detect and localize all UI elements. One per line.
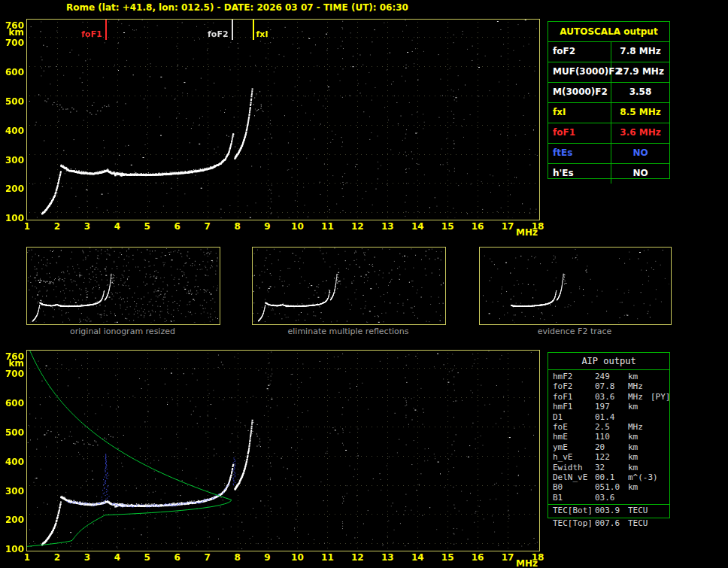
autoscala-row-value: 3.58 <box>611 83 669 102</box>
autoscala-app-window: Rome (lat: +41.8, lon: 012.5) - DATE: 20… <box>0 0 728 568</box>
autoscala-row-label: foF1 <box>548 123 611 143</box>
x-tick-label: 13 <box>379 552 396 563</box>
aip-tec-bot-row: TEC[Bot]003.9TECU <box>548 506 669 515</box>
aip-param-name: B1 <box>553 493 595 503</box>
x-tick-label: 11 <box>319 552 335 563</box>
y-tick-label: 600 <box>4 67 24 77</box>
aip-param-extra <box>651 472 669 482</box>
aip-param-unit <box>628 493 651 503</box>
fof2-marker-label: foF2 <box>194 29 229 39</box>
panel-caption-evidence: evidence F2 trace <box>479 327 670 336</box>
aip-param-unit: TECU <box>628 506 651 515</box>
x-tick-label: 15 <box>439 221 456 232</box>
aip-param-value: 03.6 <box>595 392 628 402</box>
autoscala-rows: foF27.8 MHzMUF(3000)F227.9 MHzM(3000)F23… <box>548 41 669 184</box>
aip-param-value: 2.5 <box>595 422 628 432</box>
aip-param-name: foF2 <box>553 381 595 391</box>
x-tick-label: 17 <box>499 552 516 563</box>
aip-row: DelN_vE00.1m^(-3) <box>548 472 669 482</box>
x-tick-label: 15 <box>439 552 456 563</box>
autoscala-row-value: 7.8 MHz <box>611 42 669 62</box>
x-tick-label: 9 <box>259 221 276 232</box>
aip-param-value: 00.1 <box>595 472 628 482</box>
fof1-marker-line <box>105 20 107 40</box>
autoscala-row: foF27.8 MHz <box>548 41 669 62</box>
autoscala-row-value: 3.6 MHz <box>611 123 669 143</box>
y-tick-label: 700 <box>4 369 24 379</box>
autoscala-row-label: fxI <box>548 103 611 123</box>
aip-param-name: B0 <box>553 482 595 492</box>
aip-param-name: foE <box>553 422 595 432</box>
y-tick-label: 700 <box>4 38 24 48</box>
aip-param-unit: km <box>628 463 651 472</box>
autoscala-row: h'EsNO <box>548 163 669 184</box>
x-tick-label: 2 <box>49 221 65 232</box>
autoscala-row-value: NO <box>611 164 669 184</box>
y-tick-label: 400 <box>4 126 24 136</box>
aip-param-value: 20 <box>595 442 628 452</box>
station-date-time-title: Rome (lat: +41.8, lon: 012.5) - DATE: 20… <box>66 2 408 13</box>
autoscala-row-label: M(3000)F2 <box>548 83 611 102</box>
aip-tec-top-row: TEC[Top]007.6TECU <box>548 518 670 528</box>
aip-param-extra <box>651 482 669 492</box>
x-tick-label: 16 <box>469 221 486 232</box>
autoscala-row: MUF(3000)F227.9 MHz <box>548 62 669 82</box>
autoscala-row-label: foF2 <box>548 42 611 62</box>
fof2-marker-line <box>232 20 233 40</box>
y-tick-label: 200 <box>4 515 24 525</box>
aip-row: B0051.0km <box>548 482 669 492</box>
y-tick-label: 400 <box>4 457 24 467</box>
x-tick-label: 4 <box>109 552 126 563</box>
aip-param-unit <box>628 412 651 422</box>
x-tick-label: 14 <box>409 221 426 232</box>
autoscala-row: M(3000)F23.58 <box>548 82 669 102</box>
aip-param-unit: km <box>628 442 651 452</box>
aip-param-unit: MHz <box>628 422 651 432</box>
panel-evidence-f2 <box>479 247 672 325</box>
aip-row: hmE110km <box>548 432 669 442</box>
aip-param-value: 051.0 <box>595 482 628 492</box>
x-tick-label: 7 <box>199 552 216 563</box>
x-tick-label: 3 <box>79 552 96 563</box>
aip-rows: hmF2249kmfoF207.8MHzfoF103.6MHz[PY]hmF11… <box>548 370 669 518</box>
aip-param-name: hmF1 <box>553 402 595 412</box>
aip-row: foF207.8MHz <box>548 381 669 391</box>
aip-param-extra <box>651 381 669 391</box>
x-tick-label: 1 <box>19 221 35 232</box>
aip-param-extra <box>651 442 669 452</box>
aip-param-unit: MHz <box>628 381 651 391</box>
autoscala-row-value: NO <box>611 144 669 163</box>
x-tick-label: 5 <box>139 552 156 563</box>
x-tick-label: 12 <box>349 552 366 563</box>
x-tick-label: 8 <box>229 221 246 232</box>
aip-param-name: TEC[Top] <box>553 518 595 528</box>
aip-param-name: DelN_vE <box>553 472 595 482</box>
autoscala-row-value: 27.9 MHz <box>611 62 669 82</box>
x-tick-label: 6 <box>169 221 186 232</box>
aip-param-value: 03.6 <box>595 493 628 503</box>
x-tick-label: 2 <box>49 552 65 563</box>
panel-caption-original: original ionogram resized <box>26 327 219 336</box>
aip-param-extra <box>651 463 669 472</box>
autoscala-row: fxI8.5 MHz <box>548 102 669 123</box>
aip-param-extra <box>651 372 669 381</box>
fxi-marker-line <box>253 20 254 40</box>
bottom-ionogram-plot <box>26 350 540 551</box>
x-tick-label: 14 <box>409 552 426 563</box>
x-tick-label: 12 <box>349 221 366 232</box>
aip-param-extra <box>651 432 669 442</box>
x-tick-label: 13 <box>379 221 396 232</box>
y-tick-label: 300 <box>4 155 24 166</box>
autoscala-row-label: MUF(3000)F2 <box>548 62 611 82</box>
aip-row: B103.6 <box>548 493 669 503</box>
panel-original-ionogram-canvas <box>27 248 218 323</box>
aip-param-unit: km <box>628 372 651 381</box>
aip-param-extra <box>651 518 670 528</box>
autoscala-output-table: AUTOSCALA output foF27.8 MHzMUF(3000)F22… <box>548 21 670 179</box>
y-tick-label: 300 <box>4 486 24 497</box>
top-ionogram-canvas <box>27 20 538 218</box>
aip-param-extra <box>651 422 669 432</box>
aip-param-name: foF1 <box>553 392 595 402</box>
panel-eliminate-reflections <box>252 247 446 325</box>
y-axis-unit-label: km <box>4 358 24 369</box>
